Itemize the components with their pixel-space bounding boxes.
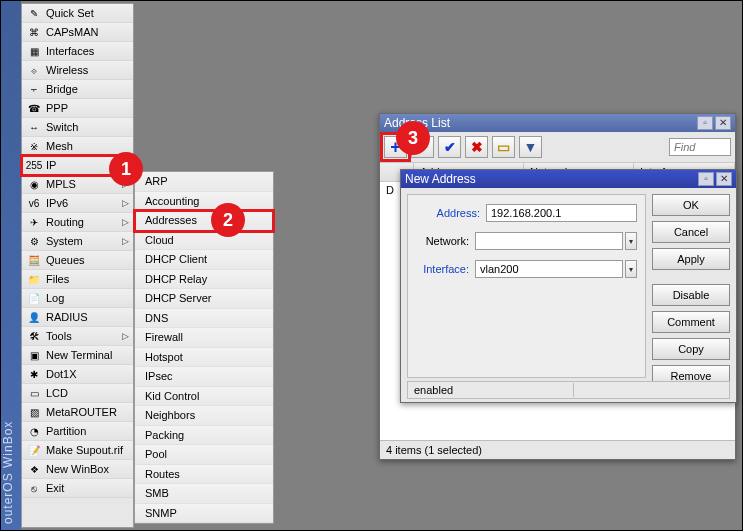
ip-submenu-item-smb[interactable]: SMB xyxy=(135,484,273,504)
ip-submenu-item-addresses[interactable]: Addresses xyxy=(135,211,273,231)
ip-submenu-item-routes[interactable]: Routes xyxy=(135,465,273,485)
ip-submenu-item-packing[interactable]: Packing xyxy=(135,426,273,446)
app-vertical-title: outerOS WinBox xyxy=(1,1,21,530)
sidebar-item-new-winbox[interactable]: ❖New WinBox xyxy=(22,460,133,479)
address-label: Address: xyxy=(416,207,480,219)
ip-submenu-item-snmp[interactable]: SNMP xyxy=(135,504,273,524)
new-address-buttons: OK Cancel Apply Disable Comment Copy Rem… xyxy=(652,194,730,387)
sidebar-item-dot1x[interactable]: ✱Dot1X xyxy=(22,365,133,384)
sidebar-item-queues[interactable]: 🧮Queues xyxy=(22,251,133,270)
sidebar-item-bridge[interactable]: ⫟Bridge xyxy=(22,80,133,99)
ip-submenu-item-dhcp-server[interactable]: DHCP Server xyxy=(135,289,273,309)
sidebar-item-log[interactable]: 📄Log xyxy=(22,289,133,308)
sidebar-item-lcd[interactable]: ▭LCD xyxy=(22,384,133,403)
ip-submenu-item-arp[interactable]: ARP xyxy=(135,172,273,192)
sidebar-item-exit[interactable]: ⎋Exit xyxy=(22,479,133,498)
minimize-button[interactable]: ▫ xyxy=(698,172,714,186)
sidebar-item-ipv6[interactable]: v6IPv6▷ xyxy=(22,194,133,213)
enable-button[interactable]: ✔ xyxy=(438,136,461,158)
sidebar-item-quick-set[interactable]: ✎Quick Set xyxy=(22,4,133,23)
metarouter-icon: ▨ xyxy=(26,405,42,419)
ip-submenu-item-ipsec[interactable]: IPsec xyxy=(135,367,273,387)
address-list-title: Address List xyxy=(384,116,695,130)
submenu-item-label: DHCP Client xyxy=(145,253,207,265)
sidebar-item-label: Make Supout.rif xyxy=(46,444,129,456)
submenu-item-label: Addresses xyxy=(145,214,197,226)
sidebar-item-label: Routing xyxy=(46,216,122,228)
sidebar-item-tools[interactable]: 🛠Tools▷ xyxy=(22,327,133,346)
sidebar-item-label: MPLS xyxy=(46,178,122,190)
apply-button[interactable]: Apply xyxy=(652,248,730,270)
cancel-button[interactable]: Cancel xyxy=(652,221,730,243)
sidebar-item-make-supout-rif[interactable]: 📝Make Supout.rif xyxy=(22,441,133,460)
ip-submenu-item-neighbors[interactable]: Neighbors xyxy=(135,406,273,426)
new-address-form: Address: Network: ▾ Interface: ▾ xyxy=(407,194,646,378)
network-input[interactable] xyxy=(475,232,623,250)
sidebar-item-system[interactable]: ⚙System▷ xyxy=(22,232,133,251)
disable-button[interactable]: Disable xyxy=(652,284,730,306)
sidebar-item-label: Dot1X xyxy=(46,368,129,380)
submenu-item-label: Firewall xyxy=(145,331,183,343)
ip-submenu-item-accounting[interactable]: Accounting xyxy=(135,192,273,212)
system-icon: ⚙ xyxy=(26,234,42,248)
network-dropdown-icon[interactable]: ▾ xyxy=(625,232,637,250)
sidebar-item-capsman[interactable]: ⌘CAPsMAN xyxy=(22,23,133,42)
callout-badge-1: 1 xyxy=(109,152,143,186)
sidebar-item-partition[interactable]: ◔Partition xyxy=(22,422,133,441)
disable-button[interactable]: ✖ xyxy=(465,136,488,158)
filter-button[interactable]: ▼ xyxy=(519,136,542,158)
radius-icon: 👤 xyxy=(26,310,42,324)
sidebar-item-label: Bridge xyxy=(46,83,129,95)
sidebar-item-switch[interactable]: ↔Switch xyxy=(22,118,133,137)
submenu-item-label: IPsec xyxy=(145,370,173,382)
comment-button[interactable]: ▭ xyxy=(492,136,515,158)
comment-button[interactable]: Comment xyxy=(652,311,730,333)
sidebar-item-metarouter[interactable]: ▨MetaROUTER xyxy=(22,403,133,422)
interface-dropdown-icon[interactable]: ▾ xyxy=(625,260,637,278)
mesh-icon: ※ xyxy=(26,139,42,153)
address-list-toolbar: + − ✔ ✖ ▭ ▼ xyxy=(380,132,735,162)
sidebar-item-radius[interactable]: 👤RADIUS xyxy=(22,308,133,327)
ip-submenu-item-cloud[interactable]: Cloud xyxy=(135,231,273,251)
ip-submenu-item-pool[interactable]: Pool xyxy=(135,445,273,465)
chevron-right-icon: ▷ xyxy=(122,217,129,227)
sidebar-item-label: PPP xyxy=(46,102,129,114)
submenu-item-label: Neighbors xyxy=(145,409,195,421)
ip-submenu-item-dns[interactable]: DNS xyxy=(135,309,273,329)
ip-icon: 255 xyxy=(26,158,42,172)
submenu-item-label: SMB xyxy=(145,487,169,499)
interfaces-icon: ▦ xyxy=(26,44,42,58)
new-address-titlebar[interactable]: New Address ▫ ✕ xyxy=(401,170,736,188)
address-list-titlebar[interactable]: Address List ▫ ✕ xyxy=(380,114,735,132)
sidebar-item-label: Queues xyxy=(46,254,129,266)
sidebar-item-label: LCD xyxy=(46,387,129,399)
ip-submenu-item-dhcp-relay[interactable]: DHCP Relay xyxy=(135,270,273,290)
new-terminal-icon: ▣ xyxy=(26,348,42,362)
copy-button[interactable]: Copy xyxy=(652,338,730,360)
sidebar-item-new-terminal[interactable]: ▣New Terminal xyxy=(22,346,133,365)
ok-button[interactable]: OK xyxy=(652,194,730,216)
submenu-item-label: DNS xyxy=(145,312,168,324)
ip-submenu-item-dhcp-client[interactable]: DHCP Client xyxy=(135,250,273,270)
close-button[interactable]: ✕ xyxy=(715,116,731,130)
interface-input[interactable] xyxy=(475,260,623,278)
find-input[interactable] xyxy=(669,138,731,156)
sidebar-item-files[interactable]: 📁Files xyxy=(22,270,133,289)
ip-submenu: ARPAccountingAddressesCloudDHCP ClientDH… xyxy=(134,171,274,524)
sidebar-item-wireless[interactable]: ⟐Wireless xyxy=(22,61,133,80)
ip-submenu-item-hotspot[interactable]: Hotspot xyxy=(135,348,273,368)
sidebar-item-routing[interactable]: ✈Routing▷ xyxy=(22,213,133,232)
sidebar-item-ppp[interactable]: ☎PPP xyxy=(22,99,133,118)
sidebar-item-label: Quick Set xyxy=(46,7,129,19)
submenu-item-label: Pool xyxy=(145,448,167,460)
address-input[interactable] xyxy=(486,204,637,222)
close-button[interactable]: ✕ xyxy=(716,172,732,186)
ip-submenu-item-firewall[interactable]: Firewall xyxy=(135,328,273,348)
sidebar-item-label: Exit xyxy=(46,482,129,494)
ip-submenu-item-kid-control[interactable]: Kid Control xyxy=(135,387,273,407)
minimize-button[interactable]: ▫ xyxy=(697,116,713,130)
lcd-icon: ▭ xyxy=(26,386,42,400)
bridge-icon: ⫟ xyxy=(26,82,42,96)
sidebar-item-interfaces[interactable]: ▦Interfaces xyxy=(22,42,133,61)
sidebar-item-mesh[interactable]: ※Mesh xyxy=(22,137,133,156)
